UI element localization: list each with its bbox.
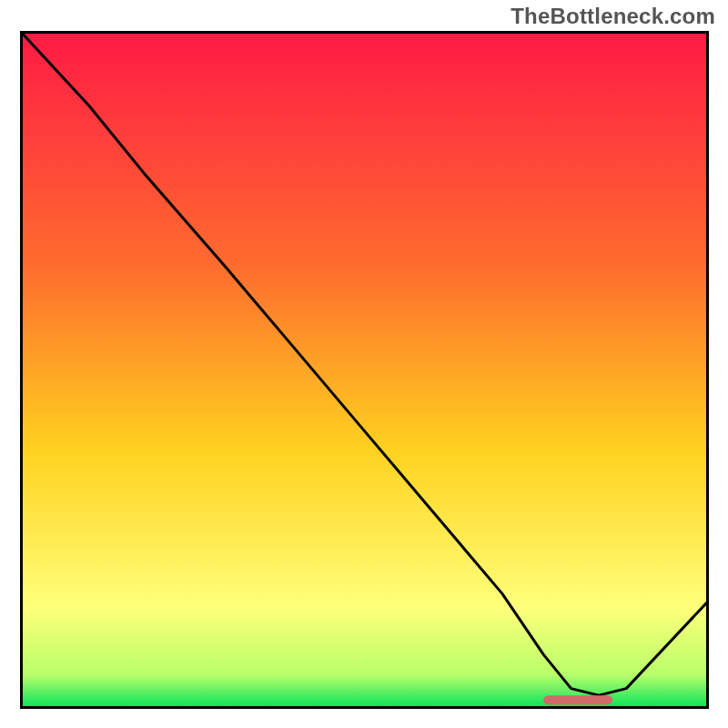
gradient-background bbox=[20, 31, 709, 709]
watermark-text: TheBottleneck.com bbox=[511, 4, 715, 29]
plot-frame bbox=[20, 31, 709, 709]
chart-container: TheBottleneck.com bbox=[0, 0, 728, 728]
plot-svg bbox=[20, 31, 709, 709]
optimal-range-marker bbox=[543, 695, 612, 704]
